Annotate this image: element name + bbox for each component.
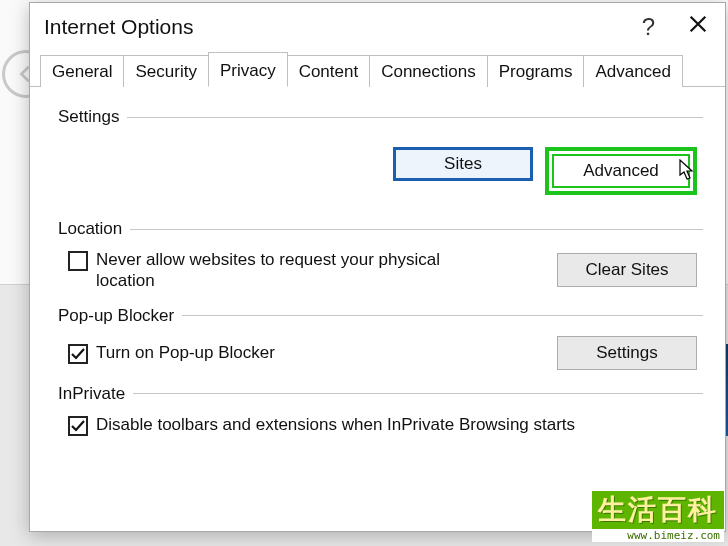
close-button[interactable] [687,13,709,39]
clear-sites-button[interactable]: Clear Sites [557,253,697,287]
section-settings-label: Settings [58,107,119,127]
tab-general[interactable]: General [40,55,124,87]
tab-advanced[interactable]: Advanced [583,55,683,87]
sites-button[interactable]: Sites [393,147,533,181]
popup-settings-button[interactable]: Settings [557,336,697,370]
tab-privacy[interactable]: Privacy [208,52,288,87]
section-location: Location [58,219,703,239]
tab-content-area: Settings Sites Advanced Location Never a… [30,87,725,454]
internet-options-dialog: Internet Options ? General Security Priv… [29,2,726,532]
section-inprivate: InPrivate [58,384,703,404]
dialog-title: Internet Options [44,15,193,39]
section-settings: Settings [58,107,703,127]
tab-programs[interactable]: Programs [487,55,585,87]
advanced-button-highlight: Advanced [545,147,697,195]
tab-content[interactable]: Content [287,55,371,87]
tab-connections[interactable]: Connections [369,55,488,87]
never-allow-location-checkbox[interactable] [68,251,88,271]
settings-button-row: Sites Advanced [58,147,697,195]
help-button[interactable]: ? [642,13,655,41]
popup-blocker-label: Turn on Pop-up Blocker [96,342,275,363]
checkmark-icon [70,418,86,434]
never-allow-location-label: Never allow websites to request your phy… [96,249,476,292]
titlebar: Internet Options ? [30,3,725,51]
section-location-label: Location [58,219,122,239]
tab-security[interactable]: Security [123,55,208,87]
checkmark-icon [70,346,86,362]
inprivate-label: Disable toolbars and extensions when InP… [96,414,575,435]
inprivate-checkbox[interactable] [68,416,88,436]
section-popup: Pop-up Blocker [58,306,703,326]
section-inprivate-label: InPrivate [58,384,125,404]
section-popup-label: Pop-up Blocker [58,306,174,326]
advanced-button[interactable]: Advanced [552,154,690,188]
close-icon [687,13,709,35]
popup-blocker-checkbox[interactable] [68,344,88,364]
tabstrip: General Security Privacy Content Connect… [30,51,725,87]
